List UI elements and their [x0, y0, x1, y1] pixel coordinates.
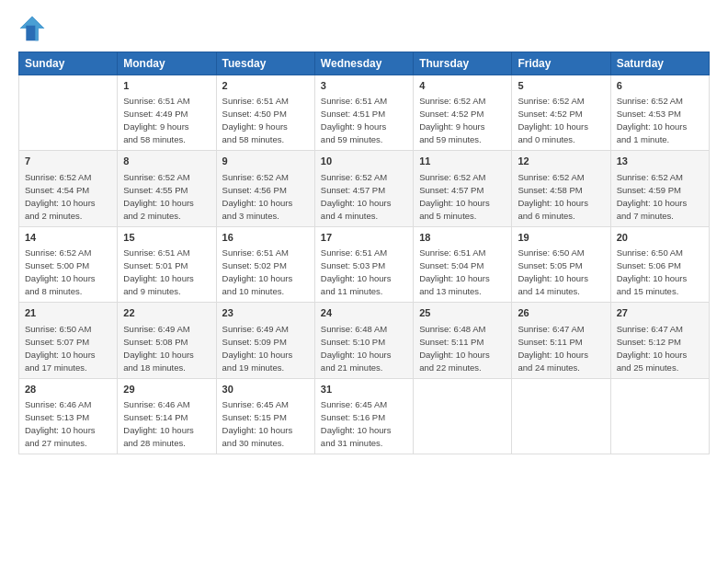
day-number: 2	[222, 79, 309, 93]
calendar-week-row: 7Sunrise: 6:52 AM Sunset: 4:54 PM Daylig…	[19, 151, 710, 226]
calendar-header-row: SundayMondayTuesdayWednesdayThursdayFrid…	[19, 52, 710, 75]
calendar-cell: 31Sunrise: 6:45 AM Sunset: 5:16 PM Dayli…	[314, 378, 413, 454]
day-number: 25	[419, 306, 506, 320]
day-info: Sunrise: 6:52 AM Sunset: 4:54 PM Dayligh…	[25, 172, 96, 221]
day-number: 18	[419, 231, 506, 245]
day-info: Sunrise: 6:52 AM Sunset: 4:52 PM Dayligh…	[419, 96, 485, 144]
calendar-cell: 20Sunrise: 6:50 AM Sunset: 5:06 PM Dayli…	[610, 226, 709, 302]
day-info: Sunrise: 6:52 AM Sunset: 4:56 PM Dayligh…	[222, 172, 293, 221]
day-number: 17	[321, 231, 407, 245]
calendar-cell: 24Sunrise: 6:48 AM Sunset: 5:10 PM Dayli…	[314, 303, 413, 378]
calendar-table: SundayMondayTuesdayWednesdayThursdayFrid…	[18, 52, 710, 454]
weekday-header: Sunday	[19, 52, 118, 75]
calendar-cell: 9Sunrise: 6:52 AM Sunset: 4:56 PM Daylig…	[216, 151, 314, 226]
day-number: 13	[617, 155, 703, 168]
calendar-cell	[19, 75, 118, 151]
calendar-cell: 8Sunrise: 6:52 AM Sunset: 4:55 PM Daylig…	[118, 151, 216, 226]
calendar-cell: 29Sunrise: 6:46 AM Sunset: 5:14 PM Dayli…	[118, 378, 216, 454]
day-info: Sunrise: 6:48 AM Sunset: 5:11 PM Dayligh…	[419, 324, 490, 373]
day-number: 29	[123, 383, 210, 396]
day-number: 11	[419, 155, 506, 168]
day-info: Sunrise: 6:47 AM Sunset: 5:12 PM Dayligh…	[617, 324, 688, 373]
day-info: Sunrise: 6:52 AM Sunset: 4:59 PM Dayligh…	[617, 172, 688, 221]
logo-icon	[18, 15, 46, 42]
calendar-cell: 26Sunrise: 6:47 AM Sunset: 5:11 PM Dayli…	[512, 303, 610, 378]
calendar-cell: 25Sunrise: 6:48 AM Sunset: 5:11 PM Dayli…	[414, 303, 512, 378]
day-number: 9	[222, 155, 309, 168]
calendar-week-row: 21Sunrise: 6:50 AM Sunset: 5:07 PM Dayli…	[19, 303, 710, 378]
day-number: 24	[321, 306, 407, 320]
day-number: 4	[419, 79, 506, 93]
day-info: Sunrise: 6:45 AM Sunset: 5:16 PM Dayligh…	[321, 399, 392, 448]
day-info: Sunrise: 6:52 AM Sunset: 4:57 PM Dayligh…	[321, 172, 392, 221]
day-number: 3	[321, 79, 407, 93]
calendar-cell: 18Sunrise: 6:51 AM Sunset: 5:04 PM Dayli…	[414, 226, 512, 302]
logo	[18, 15, 48, 42]
day-info: Sunrise: 6:46 AM Sunset: 5:13 PM Dayligh…	[25, 399, 96, 448]
calendar-cell: 28Sunrise: 6:46 AM Sunset: 5:13 PM Dayli…	[19, 378, 118, 454]
calendar-cell: 22Sunrise: 6:49 AM Sunset: 5:08 PM Dayli…	[118, 303, 216, 378]
calendar-cell: 5Sunrise: 6:52 AM Sunset: 4:52 PM Daylig…	[512, 75, 610, 151]
day-number: 27	[617, 306, 703, 320]
day-number: 16	[222, 231, 309, 245]
day-number: 10	[321, 155, 407, 168]
day-info: Sunrise: 6:50 AM Sunset: 5:06 PM Dayligh…	[617, 247, 688, 296]
day-number: 21	[25, 306, 111, 320]
calendar-cell: 6Sunrise: 6:52 AM Sunset: 4:53 PM Daylig…	[610, 75, 709, 151]
day-info: Sunrise: 6:51 AM Sunset: 4:51 PM Dayligh…	[321, 96, 387, 144]
calendar-cell: 21Sunrise: 6:50 AM Sunset: 5:07 PM Dayli…	[19, 303, 118, 378]
weekday-header: Wednesday	[314, 52, 413, 75]
calendar-cell: 23Sunrise: 6:49 AM Sunset: 5:09 PM Dayli…	[216, 303, 314, 378]
day-number: 12	[518, 155, 604, 168]
calendar-cell: 4Sunrise: 6:52 AM Sunset: 4:52 PM Daylig…	[414, 75, 512, 151]
weekday-header: Friday	[512, 52, 610, 75]
calendar-cell: 13Sunrise: 6:52 AM Sunset: 4:59 PM Dayli…	[610, 151, 709, 226]
calendar-cell: 10Sunrise: 6:52 AM Sunset: 4:57 PM Dayli…	[314, 151, 413, 226]
calendar-cell	[610, 378, 709, 454]
calendar-week-row: 14Sunrise: 6:52 AM Sunset: 5:00 PM Dayli…	[19, 226, 710, 302]
day-info: Sunrise: 6:48 AM Sunset: 5:10 PM Dayligh…	[321, 324, 392, 373]
calendar-cell: 2Sunrise: 6:51 AM Sunset: 4:50 PM Daylig…	[216, 75, 314, 151]
calendar-cell: 3Sunrise: 6:51 AM Sunset: 4:51 PM Daylig…	[314, 75, 413, 151]
calendar-week-row: 1Sunrise: 6:51 AM Sunset: 4:49 PM Daylig…	[19, 75, 710, 151]
day-info: Sunrise: 6:51 AM Sunset: 5:02 PM Dayligh…	[222, 247, 293, 296]
calendar-cell: 15Sunrise: 6:51 AM Sunset: 5:01 PM Dayli…	[118, 226, 216, 302]
day-info: Sunrise: 6:51 AM Sunset: 4:50 PM Dayligh…	[222, 96, 289, 144]
day-info: Sunrise: 6:51 AM Sunset: 4:49 PM Dayligh…	[123, 96, 189, 144]
calendar-cell	[512, 378, 610, 454]
day-info: Sunrise: 6:52 AM Sunset: 4:52 PM Dayligh…	[518, 96, 588, 144]
day-number: 19	[518, 231, 604, 245]
day-info: Sunrise: 6:50 AM Sunset: 5:07 PM Dayligh…	[25, 324, 96, 373]
day-number: 31	[321, 383, 407, 396]
day-info: Sunrise: 6:51 AM Sunset: 5:03 PM Dayligh…	[321, 247, 392, 296]
day-info: Sunrise: 6:49 AM Sunset: 5:08 PM Dayligh…	[123, 324, 194, 373]
calendar-cell: 27Sunrise: 6:47 AM Sunset: 5:12 PM Dayli…	[610, 303, 709, 378]
calendar-cell: 19Sunrise: 6:50 AM Sunset: 5:05 PM Dayli…	[512, 226, 610, 302]
weekday-header: Thursday	[414, 52, 512, 75]
weekday-header: Tuesday	[216, 52, 314, 75]
day-number: 20	[617, 231, 703, 245]
day-info: Sunrise: 6:52 AM Sunset: 4:53 PM Dayligh…	[617, 96, 688, 144]
calendar-cell: 1Sunrise: 6:51 AM Sunset: 4:49 PM Daylig…	[118, 75, 216, 151]
day-info: Sunrise: 6:52 AM Sunset: 4:55 PM Dayligh…	[123, 172, 194, 221]
day-info: Sunrise: 6:50 AM Sunset: 5:05 PM Dayligh…	[518, 247, 588, 296]
day-number: 5	[518, 79, 604, 93]
calendar-week-row: 28Sunrise: 6:46 AM Sunset: 5:13 PM Dayli…	[19, 378, 710, 454]
weekday-header: Monday	[118, 52, 216, 75]
calendar-cell: 16Sunrise: 6:51 AM Sunset: 5:02 PM Dayli…	[216, 226, 314, 302]
day-info: Sunrise: 6:47 AM Sunset: 5:11 PM Dayligh…	[518, 324, 588, 373]
calendar-cell: 17Sunrise: 6:51 AM Sunset: 5:03 PM Dayli…	[314, 226, 413, 302]
day-number: 6	[617, 79, 703, 93]
day-number: 26	[518, 306, 604, 320]
day-info: Sunrise: 6:49 AM Sunset: 5:09 PM Dayligh…	[222, 324, 293, 373]
day-number: 30	[222, 383, 309, 396]
page-header	[18, 15, 710, 42]
calendar-cell	[414, 378, 512, 454]
day-info: Sunrise: 6:52 AM Sunset: 4:58 PM Dayligh…	[518, 172, 588, 221]
calendar-cell: 30Sunrise: 6:45 AM Sunset: 5:15 PM Dayli…	[216, 378, 314, 454]
day-number: 8	[123, 155, 210, 168]
day-number: 22	[123, 306, 210, 320]
day-number: 28	[25, 383, 111, 396]
calendar-cell: 14Sunrise: 6:52 AM Sunset: 5:00 PM Dayli…	[19, 226, 118, 302]
day-number: 1	[123, 79, 210, 93]
